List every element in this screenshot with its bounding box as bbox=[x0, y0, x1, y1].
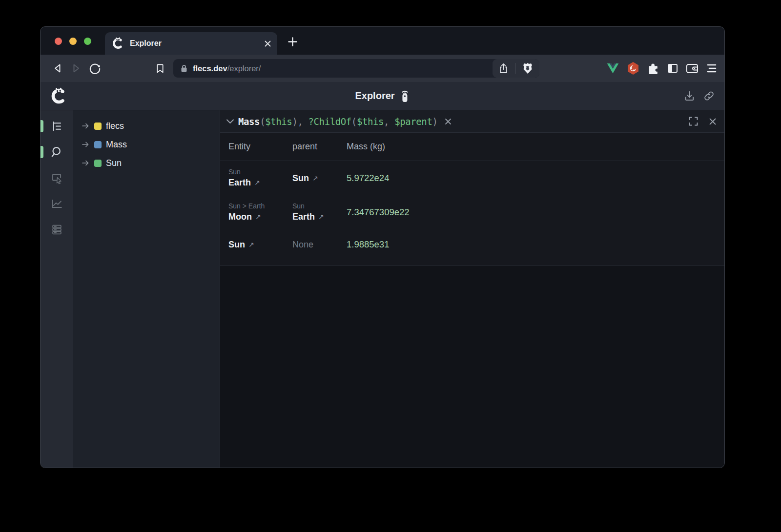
zoom-window-button[interactable] bbox=[84, 38, 91, 45]
parent-name: Sun bbox=[292, 172, 309, 184]
query-token: , bbox=[384, 116, 394, 127]
minimize-window-button[interactable] bbox=[69, 38, 77, 45]
back-icon[interactable] bbox=[48, 59, 67, 78]
share-icon[interactable] bbox=[498, 63, 509, 74]
entity-name: Sun bbox=[228, 239, 245, 251]
parent-none: None bbox=[292, 239, 347, 251]
tab-close-icon[interactable] bbox=[264, 40, 271, 47]
query-results-panel: Mass($this), ?ChildOf($this, $parent) En… bbox=[220, 110, 724, 468]
parent-name: Earth bbox=[292, 211, 315, 223]
menu-icon[interactable] bbox=[706, 63, 717, 73]
entity-tree-panel: flecs Mass Sun bbox=[73, 110, 220, 468]
flecs-favicon bbox=[112, 37, 124, 50]
download-icon[interactable] bbox=[684, 90, 695, 102]
stats-chart-icon[interactable] bbox=[47, 194, 67, 213]
new-tab-button[interactable] bbox=[286, 35, 299, 48]
column-header-mass: Mass (kg) bbox=[347, 142, 724, 152]
tree-view-icon[interactable] bbox=[47, 116, 67, 136]
table-bottom-border bbox=[220, 260, 724, 266]
main-area: flecs Mass Sun bbox=[41, 110, 724, 468]
parent-link[interactable]: Earth↗ bbox=[292, 211, 347, 223]
sidebar-toggle-icon[interactable] bbox=[667, 62, 678, 74]
search-icon[interactable] bbox=[47, 142, 67, 162]
entity-link[interactable]: Moon↗ bbox=[228, 211, 292, 223]
chevron-down-icon[interactable] bbox=[226, 119, 234, 124]
parent-link[interactable]: Sun↗ bbox=[292, 172, 347, 184]
tab-bar: Explorer bbox=[41, 27, 724, 55]
expand-arrow-icon[interactable] bbox=[82, 159, 90, 167]
tab-title: Explorer bbox=[130, 39, 259, 48]
url-path: /explorer/ bbox=[227, 64, 261, 73]
entity-path: Sun > Earth bbox=[228, 202, 292, 211]
reload-icon[interactable] bbox=[85, 59, 104, 78]
tree-item-flecs[interactable]: flecs bbox=[82, 117, 220, 135]
tree-item-label: Mass bbox=[106, 140, 127, 150]
entity-list-icon[interactable] bbox=[47, 220, 67, 239]
column-header-parent: parent bbox=[292, 142, 347, 152]
query-token: ?ChildOf bbox=[308, 116, 351, 127]
fullscreen-icon[interactable] bbox=[689, 117, 698, 126]
entity-link[interactable]: Earth↗ bbox=[228, 177, 292, 189]
hexagon-extension-icon[interactable] bbox=[627, 61, 639, 75]
mass-value: 5.9722e24 bbox=[347, 173, 724, 184]
external-link-icon: ↗ bbox=[255, 211, 261, 223]
query-token: $parent bbox=[394, 116, 432, 127]
mass-value: 1.9885e31 bbox=[347, 239, 724, 250]
query-token: $this bbox=[357, 116, 384, 127]
active-indicator-search bbox=[41, 146, 43, 158]
parent-path: Sun bbox=[292, 202, 347, 211]
url-host: flecs.dev bbox=[193, 64, 227, 73]
remote-connection-icon[interactable] bbox=[400, 89, 410, 102]
forward-icon[interactable] bbox=[67, 59, 85, 78]
tree-item-mass[interactable]: Mass bbox=[82, 135, 220, 154]
query-token: Mass bbox=[238, 116, 260, 127]
table-row: Sun Earth↗ Sun↗ 5.9722e24 bbox=[220, 161, 724, 195]
inspect-cursor-icon[interactable] bbox=[47, 168, 67, 187]
query-input[interactable]: Mass($this), ?ChildOf($this, $parent) bbox=[238, 116, 438, 127]
query-token: ) bbox=[432, 116, 437, 127]
header-actions bbox=[684, 90, 715, 102]
entity-name: Moon bbox=[228, 211, 252, 223]
url-bar[interactable]: flecs.dev/explorer/ bbox=[173, 59, 539, 78]
query-bar: Mass($this), ?ChildOf($this, $parent) bbox=[220, 110, 724, 133]
lock-icon bbox=[180, 64, 188, 72]
extensions-row bbox=[606, 61, 717, 75]
expand-arrow-icon[interactable] bbox=[82, 122, 90, 130]
table-row: Sun > Earth Moon↗ Sun Earth↗ 7.34767309e… bbox=[220, 195, 724, 229]
expand-arrow-icon[interactable] bbox=[82, 141, 90, 148]
tree-item-sun[interactable]: Sun bbox=[82, 154, 220, 172]
link-icon[interactable] bbox=[703, 90, 715, 102]
extensions-puzzle-icon[interactable] bbox=[647, 62, 659, 75]
query-token: ( bbox=[260, 116, 265, 127]
parent-cell: Sun Earth↗ bbox=[292, 202, 347, 223]
entity-cell: Sun > Earth Moon↗ bbox=[228, 202, 292, 223]
module-color-swatch bbox=[94, 123, 102, 130]
tree-item-label: Sun bbox=[106, 158, 122, 168]
query-token: $this bbox=[265, 116, 292, 127]
clear-query-icon[interactable] bbox=[445, 118, 452, 125]
tab-explorer[interactable]: Explorer bbox=[105, 32, 277, 55]
parent-cell: None bbox=[292, 239, 347, 251]
entity-link[interactable]: Sun↗ bbox=[228, 239, 292, 251]
brave-shield-icon[interactable] bbox=[522, 62, 534, 75]
flecs-logo bbox=[50, 87, 68, 105]
vue-devtools-icon[interactable] bbox=[606, 62, 619, 74]
entity-name: Earth bbox=[228, 177, 251, 189]
entity-cell: Sun↗ bbox=[228, 239, 292, 251]
app-header: Explorer bbox=[41, 82, 724, 110]
wallet-icon[interactable] bbox=[686, 62, 699, 74]
tree-item-label: flecs bbox=[106, 121, 124, 131]
external-link-icon: ↗ bbox=[312, 172, 318, 184]
entity-cell: Sun Earth↗ bbox=[228, 167, 292, 189]
window-controls bbox=[55, 38, 91, 45]
query-token: ( bbox=[351, 116, 357, 127]
close-window-button[interactable] bbox=[55, 38, 62, 45]
divider bbox=[515, 63, 515, 74]
browser-window: Explorer bbox=[41, 27, 724, 468]
mass-value: 7.34767309e22 bbox=[347, 207, 724, 218]
app-title: Explorer bbox=[355, 90, 394, 102]
external-link-icon: ↗ bbox=[318, 211, 324, 223]
close-panel-icon[interactable] bbox=[709, 118, 717, 125]
url-actions bbox=[493, 59, 539, 78]
bookmark-icon[interactable] bbox=[151, 59, 169, 78]
